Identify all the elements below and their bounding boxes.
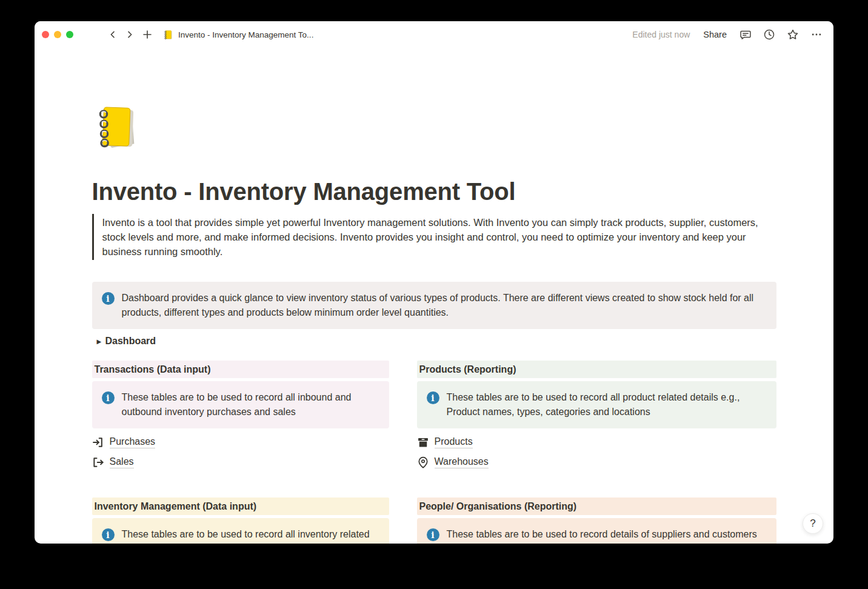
page-link-sales[interactable]: Sales bbox=[92, 455, 389, 470]
outbound-arrow-icon bbox=[92, 456, 105, 469]
info-icon: i bbox=[102, 292, 115, 305]
intro-quote: Invento is a tool that provides simple y… bbox=[92, 214, 776, 260]
section-header-transactions: Transactions (Data input) bbox=[92, 361, 389, 378]
section-header-products: Products (Reporting) bbox=[417, 361, 776, 378]
page-title: Invento - Inventory Management Tool bbox=[92, 177, 776, 206]
dashboard-toggle[interactable]: ▶ Dashboard bbox=[92, 333, 776, 349]
people-callout-text: These tables are to be used to record de… bbox=[447, 527, 757, 542]
page-link-purchases[interactable]: Purchases bbox=[92, 435, 389, 450]
dashboard-callout-text: Dashboard provides a quick glance to vie… bbox=[122, 291, 769, 320]
edited-status: Edited just now bbox=[632, 30, 690, 39]
inventory-callout: i These tables are to be used to record … bbox=[92, 518, 389, 544]
page-link-products[interactable]: Products bbox=[417, 435, 776, 450]
minimize-window-button[interactable] bbox=[54, 31, 61, 38]
transactions-callout: i These tables are to be used to record … bbox=[92, 381, 389, 428]
warehouses-link-label: Warehouses bbox=[435, 456, 489, 468]
traffic-lights bbox=[42, 31, 73, 38]
products-link-label: Products bbox=[435, 436, 473, 448]
zoom-window-button[interactable] bbox=[66, 31, 73, 38]
forward-icon[interactable] bbox=[125, 30, 135, 39]
section-header-inventory-management: Inventory Management (Data input) bbox=[92, 497, 389, 515]
toggle-arrow-icon[interactable]: ▶ bbox=[92, 338, 105, 345]
notebook-emoji-icon bbox=[163, 30, 173, 40]
comments-icon[interactable] bbox=[739, 28, 752, 41]
sales-link-label: Sales bbox=[110, 456, 134, 468]
sidebar-menu-icon[interactable] bbox=[87, 30, 98, 39]
close-window-button[interactable] bbox=[42, 31, 49, 38]
inventory-callout-text: These tables are to be used to record al… bbox=[122, 527, 382, 544]
page-notebook-icon[interactable] bbox=[92, 103, 139, 150]
info-icon: i bbox=[427, 528, 439, 541]
section-header-people-organisations: People/ Organisations (Reporting) bbox=[417, 497, 776, 515]
inbound-arrow-icon bbox=[92, 436, 105, 449]
tab-title: Invento - Inventory Management To... bbox=[178, 30, 313, 39]
current-tab[interactable]: Invento - Inventory Management To... bbox=[163, 30, 313, 40]
purchases-link-label: Purchases bbox=[110, 436, 156, 448]
titlebar: Invento - Inventory Management To... Edi… bbox=[35, 21, 833, 48]
info-icon: i bbox=[102, 391, 115, 404]
history-icon[interactable] bbox=[763, 28, 775, 41]
dashboard-toggle-label: Dashboard bbox=[105, 336, 156, 347]
info-icon: i bbox=[427, 391, 439, 404]
favorite-star-icon[interactable] bbox=[787, 28, 799, 41]
info-icon: i bbox=[102, 528, 115, 541]
transactions-callout-text: These tables are to be used to record al… bbox=[122, 390, 382, 419]
location-pin-icon bbox=[417, 456, 430, 469]
back-icon[interactable] bbox=[108, 30, 118, 39]
new-tab-icon[interactable] bbox=[142, 29, 153, 40]
products-callout-text: These tables are to be used to record al… bbox=[447, 390, 769, 419]
help-button[interactable]: ? bbox=[803, 513, 823, 534]
share-button[interactable]: Share bbox=[703, 30, 727, 39]
more-options-icon[interactable] bbox=[810, 28, 823, 41]
page-link-warehouses[interactable]: Warehouses bbox=[417, 455, 776, 470]
people-callout: i These tables are to be used to record … bbox=[417, 518, 776, 544]
dashboard-callout: i Dashboard provides a quick glance to v… bbox=[92, 282, 776, 329]
archive-box-icon bbox=[417, 436, 430, 449]
page-body: Invento - Inventory Management Tool Inve… bbox=[35, 48, 833, 544]
app-window: Invento - Inventory Management To... Edi… bbox=[35, 21, 833, 544]
products-callout: i These tables are to be used to record … bbox=[417, 381, 776, 428]
